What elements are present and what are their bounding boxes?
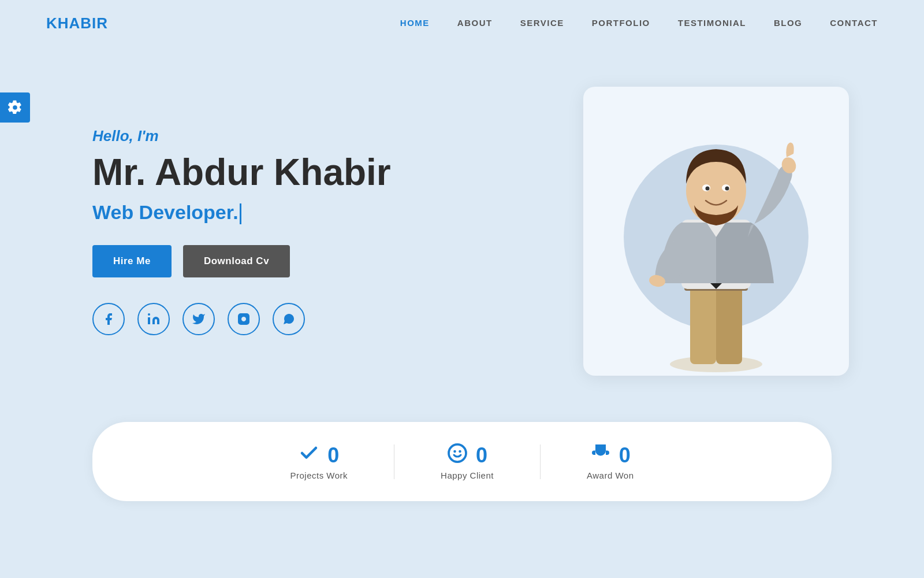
awards-count: 0 xyxy=(619,443,631,468)
gear-icon xyxy=(8,100,23,115)
nav-item-home[interactable]: HOME xyxy=(400,18,430,28)
hero-name: Mr. Abdur Khabir xyxy=(92,152,485,192)
person-svg xyxy=(601,98,832,376)
stat-projects: 0 Projects Work xyxy=(290,443,348,480)
facebook-icon[interactable] xyxy=(92,303,125,335)
nav-item-testimonial[interactable]: TESTIMONIAL xyxy=(678,18,746,28)
awards-label: Award Won xyxy=(587,470,634,480)
hero-section: Hello, I'm Mr. Abdur Khabir Web Develope… xyxy=(0,46,924,405)
nav-item-blog[interactable]: BLOG xyxy=(774,18,802,28)
whatsapp-icon[interactable] xyxy=(273,303,305,335)
photo-card xyxy=(583,87,849,376)
hire-me-button[interactable]: Hire Me xyxy=(92,245,172,277)
svg-point-19 xyxy=(459,450,461,453)
nav-item-about[interactable]: ABOUT xyxy=(457,18,493,28)
svg-point-14 xyxy=(725,187,729,191)
stat-divider-1 xyxy=(394,444,394,479)
clients-label: Happy Client xyxy=(441,470,494,480)
twitter-icon[interactable] xyxy=(182,303,215,335)
projects-label: Projects Work xyxy=(290,470,348,480)
projects-count: 0 xyxy=(327,443,339,468)
stat-awards: 0 Award Won xyxy=(587,443,634,480)
hero-content: Hello, I'm Mr. Abdur Khabir Web Develope… xyxy=(92,127,485,335)
check-icon xyxy=(299,443,319,468)
svg-point-17 xyxy=(449,444,466,462)
logo[interactable]: KHABIR xyxy=(46,14,108,32)
person-figure xyxy=(583,87,849,376)
svg-point-13 xyxy=(706,187,710,191)
navbar: KHABIR HOME ABOUT SERVICE PORTFOLIO TEST… xyxy=(0,0,924,46)
hero-buttons: Hire Me Download Cv xyxy=(92,245,485,277)
linkedin-icon[interactable] xyxy=(137,303,170,335)
nav-item-portfolio[interactable]: PORTFOLIO xyxy=(592,18,650,28)
nav-links: HOME ABOUT SERVICE PORTFOLIO TESTIMONIAL… xyxy=(400,18,878,28)
nav-item-service[interactable]: SERVICE xyxy=(520,18,564,28)
svg-rect-4 xyxy=(690,283,716,364)
svg-point-18 xyxy=(453,450,456,453)
settings-button[interactable] xyxy=(0,92,30,123)
svg-rect-5 xyxy=(716,283,742,364)
smile-icon xyxy=(447,443,468,468)
hero-photo xyxy=(578,87,855,376)
nav-item-contact[interactable]: CONTACT xyxy=(830,18,878,28)
trophy-icon xyxy=(590,443,611,468)
social-icons xyxy=(92,303,485,335)
instagram-icon[interactable] xyxy=(228,303,260,335)
download-cv-button[interactable]: Download Cv xyxy=(183,245,290,277)
svg-point-0 xyxy=(148,313,150,316)
hero-title: Web Developer. xyxy=(92,201,485,224)
stat-divider-2 xyxy=(540,444,541,479)
clients-count: 0 xyxy=(476,443,487,468)
hero-hello: Hello, I'm xyxy=(92,127,485,145)
stats-bar: 0 Projects Work 0 Happy Client xyxy=(92,422,832,501)
cursor-blink xyxy=(240,203,241,224)
stat-clients: 0 Happy Client xyxy=(441,443,494,480)
